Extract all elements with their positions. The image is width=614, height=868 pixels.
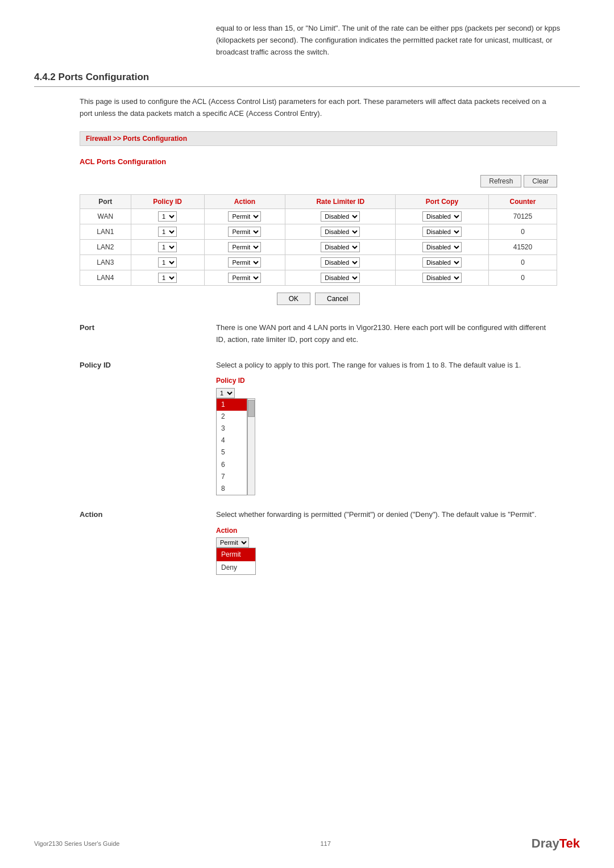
section-description: This page is used to configure the ACL (… [80,96,557,120]
refresh-button[interactable]: Refresh [480,175,521,187]
clear-button[interactable]: Clear [524,175,557,187]
policy-id-select[interactable]: 1 [216,388,235,398]
policy-number-list: 12345678 [216,398,247,496]
cell-action[interactable]: Permit [204,224,285,239]
action-select[interactable]: Permit [216,537,249,548]
policy-select[interactable]: 1 [158,227,177,237]
action-term-desc: Select whether forwarding is permitted (… [216,509,557,575]
policy-id-select-row: 1 [216,388,557,398]
cell-port-copy[interactable]: Disabled [396,254,489,270]
action-dropdown-label: Action [216,525,557,536]
cell-counter: 41520 [488,239,557,254]
portcopy-select[interactable]: Disabled [422,227,462,237]
form-buttons: OK Cancel [80,293,557,305]
cell-rate[interactable]: Disabled [285,208,396,224]
action-select[interactable]: Permit [228,227,261,237]
cell-port: LAN2 [80,239,131,254]
acl-table: Port Policy ID Action Rate Limiter ID Po… [80,194,557,286]
action-select-row: Permit [216,537,557,548]
portcopy-select[interactable]: Disabled [422,242,462,252]
action-term-label: Action [80,509,216,519]
table-row: WAN1PermitDisabledDisabled70125 [80,208,557,224]
cell-policy[interactable]: 1 [131,224,204,239]
policy-select[interactable]: 1 [158,242,177,252]
action-dropdown: Action Permit PermitDeny [216,525,557,575]
cell-port: LAN1 [80,224,131,239]
cell-action[interactable]: Permit [204,254,285,270]
action-select[interactable]: Permit [228,257,261,268]
logo-dray: Dray [532,836,559,850]
policy-select[interactable]: 1 [158,211,177,222]
cell-action[interactable]: Permit [204,208,285,224]
cell-rate[interactable]: Disabled [285,224,396,239]
policy-id-dropdown-label: Policy ID [216,375,557,386]
cell-action[interactable]: Permit [204,239,285,254]
cell-port-copy[interactable]: Disabled [396,270,489,285]
policy-list-item[interactable]: 7 [217,471,247,483]
cell-port: WAN [80,208,131,224]
action-list-item[interactable]: Permit [217,548,255,561]
action-list-item[interactable]: Deny [217,561,255,574]
portcopy-select[interactable]: Disabled [422,257,462,268]
action-select[interactable]: Permit [228,211,261,222]
guide-title: Vigor2130 Series User's Guide [34,840,119,847]
cell-rate[interactable]: Disabled [285,254,396,270]
cell-action[interactable]: Permit [204,270,285,285]
policy-list-item[interactable]: 4 [217,435,247,446]
cell-policy[interactable]: 1 [131,270,204,285]
logo-tek: Tek [559,836,580,850]
table-row: LAN11PermitDisabledDisabled0 [80,224,557,239]
policy-select[interactable]: 1 [158,257,177,268]
action-select[interactable]: Permit [228,273,261,283]
rate-select[interactable]: Disabled [321,242,360,252]
cell-port-copy[interactable]: Disabled [396,224,489,239]
cell-port-copy[interactable]: Disabled [396,208,489,224]
portcopy-select[interactable]: Disabled [422,211,462,222]
action-select[interactable]: Permit [228,242,261,252]
policy-list-item[interactable]: 3 [217,423,247,435]
cell-rate[interactable]: Disabled [285,270,396,285]
rate-select[interactable]: Disabled [321,273,360,283]
port-term-label: Port [80,322,216,332]
cell-rate[interactable]: Disabled [285,239,396,254]
policy-list-item[interactable]: 5 [217,446,247,458]
cell-policy[interactable]: 1 [131,239,204,254]
page-number: 117 [320,840,330,847]
table-row: LAN41PermitDisabledDisabled0 [80,270,557,285]
rate-select[interactable]: Disabled [321,257,360,268]
intro-paragraph: equal to or less than 15, or "No Limit".… [216,23,580,58]
policy-select[interactable]: 1 [158,273,177,283]
policy-id-term: Policy ID Select a policy to apply to th… [80,360,557,495]
scrollbar-thumb [248,400,255,417]
breadcrumb: Firewall >> Ports Configuration [80,131,557,146]
policy-id-term-label: Policy ID [80,360,216,369]
page-footer: Vigor2130 Series User's Guide 117 DrayTe… [0,836,614,851]
policy-list-item[interactable]: 1 [217,399,247,411]
policy-list-item[interactable]: 2 [217,411,247,423]
ok-button[interactable]: OK [277,293,310,305]
cell-counter: 0 [488,270,557,285]
cell-counter: 0 [488,224,557,239]
policy-scrollbar[interactable] [247,398,255,496]
cell-counter: 0 [488,254,557,270]
policy-list-item[interactable]: 6 [217,459,247,471]
action-buttons: Refresh Clear [80,175,557,187]
rate-select[interactable]: Disabled [321,227,360,237]
cell-port-copy[interactable]: Disabled [396,239,489,254]
cancel-button[interactable]: Cancel [315,293,360,305]
policy-id-dropdown: Policy ID 1 12345678 [216,375,557,495]
cell-port: LAN3 [80,254,131,270]
table-row: LAN21PermitDisabledDisabled41520 [80,239,557,254]
table-row: LAN31PermitDisabledDisabled0 [80,254,557,270]
port-term-desc: There is one WAN port and 4 LAN ports in… [216,322,557,346]
cell-port: LAN4 [80,270,131,285]
rate-select[interactable]: Disabled [321,211,360,222]
policy-id-term-desc: Select a policy to apply to this port. T… [216,360,557,495]
cell-policy[interactable]: 1 [131,254,204,270]
cell-policy[interactable]: 1 [131,208,204,224]
action-term: Action Select whether forwarding is perm… [80,509,557,575]
policy-list-item[interactable]: 8 [217,483,247,495]
col-port: Port [80,194,131,208]
col-policy-id: Policy ID [131,194,204,208]
portcopy-select[interactable]: Disabled [422,273,462,283]
